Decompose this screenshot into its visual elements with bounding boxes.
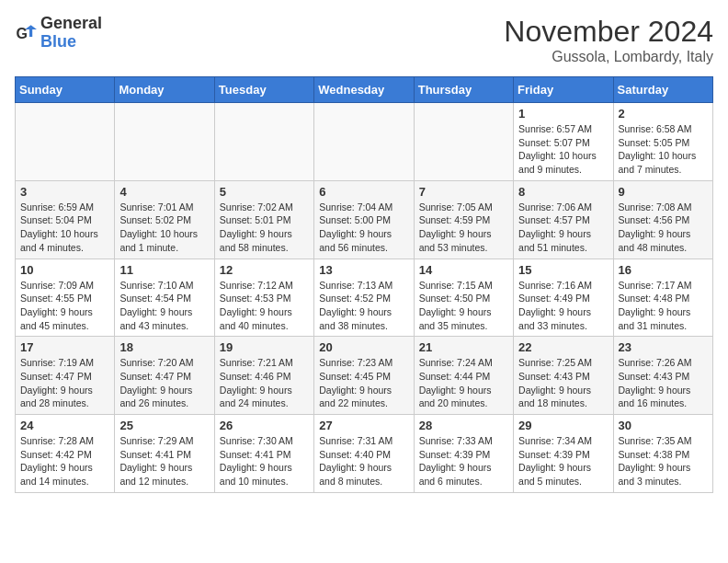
day-cell: 16Sunrise: 7:17 AM Sunset: 4:48 PM Dayli… [613,259,712,337]
day-number: 1 [518,107,608,121]
day-number: 2 [619,107,708,121]
header-cell-thursday: Thursday [414,77,513,103]
logo-text: General Blue [40,15,102,52]
day-info: Sunrise: 7:09 AM Sunset: 4:55 PM Dayligh… [20,279,109,333]
day-cell: 18Sunrise: 7:20 AM Sunset: 4:47 PM Dayli… [115,337,214,415]
day-number: 11 [119,263,209,277]
page-header: G General Blue November 2024 Gussola, Lo… [15,15,713,65]
day-info: Sunrise: 7:04 AM Sunset: 5:00 PM Dayligh… [319,201,408,255]
day-cell: 3Sunrise: 6:59 AM Sunset: 5:04 PM Daylig… [16,180,115,259]
day-number: 17 [20,340,109,354]
day-number: 3 [20,185,109,199]
header-cell-wednesday: Wednesday [314,77,414,103]
day-cell: 6Sunrise: 7:04 AM Sunset: 5:00 PM Daylig… [314,180,414,259]
svg-text:G: G [17,25,28,40]
day-info: Sunrise: 7:34 AM Sunset: 4:39 PM Dayligh… [518,434,608,488]
day-info: Sunrise: 7:30 AM Sunset: 4:41 PM Dayligh… [220,434,309,488]
calendar-subtitle: Gussola, Lombardy, Italy [504,49,713,65]
calendar-table: SundayMondayTuesdayWednesdayThursdayFrid… [15,76,713,493]
day-info: Sunrise: 7:23 AM Sunset: 4:45 PM Dayligh… [319,356,408,410]
day-cell: 27Sunrise: 7:31 AM Sunset: 4:40 PM Dayli… [314,415,414,493]
day-cell: 7Sunrise: 7:05 AM Sunset: 4:59 PM Daylig… [414,180,513,259]
day-number: 21 [419,340,508,354]
day-cell: 29Sunrise: 7:34 AM Sunset: 4:39 PM Dayli… [514,415,613,493]
day-number: 22 [518,340,608,354]
day-number: 30 [619,419,708,432]
day-number: 20 [319,340,408,354]
day-cell: 2Sunrise: 6:58 AM Sunset: 5:05 PM Daylig… [613,103,712,181]
day-info: Sunrise: 7:33 AM Sunset: 4:39 PM Dayligh… [419,434,508,488]
week-row-3: 17Sunrise: 7:19 AM Sunset: 4:47 PM Dayli… [16,337,713,415]
day-number: 14 [419,263,508,277]
day-info: Sunrise: 7:35 AM Sunset: 4:38 PM Dayligh… [619,434,708,488]
day-info: Sunrise: 7:16 AM Sunset: 4:49 PM Dayligh… [518,279,608,333]
day-info: Sunrise: 7:24 AM Sunset: 4:44 PM Dayligh… [419,356,508,410]
day-info: Sunrise: 7:21 AM Sunset: 4:46 PM Dayligh… [220,356,309,410]
day-cell: 8Sunrise: 7:06 AM Sunset: 4:57 PM Daylig… [514,180,613,259]
day-cell: 22Sunrise: 7:25 AM Sunset: 4:43 PM Dayli… [514,337,613,415]
day-info: Sunrise: 7:12 AM Sunset: 4:53 PM Dayligh… [220,279,309,333]
day-number: 15 [518,263,608,277]
day-cell: 9Sunrise: 7:08 AM Sunset: 4:56 PM Daylig… [613,180,712,259]
day-info: Sunrise: 7:17 AM Sunset: 4:48 PM Dayligh… [619,279,708,333]
day-cell: 20Sunrise: 7:23 AM Sunset: 4:45 PM Dayli… [314,337,414,415]
day-number: 18 [119,340,209,354]
day-cell: 12Sunrise: 7:12 AM Sunset: 4:53 PM Dayli… [214,259,313,337]
day-cell: 11Sunrise: 7:10 AM Sunset: 4:54 PM Dayli… [115,259,214,337]
day-info: Sunrise: 7:10 AM Sunset: 4:54 PM Dayligh… [119,279,209,333]
day-number: 6 [319,185,408,199]
day-cell: 1Sunrise: 6:57 AM Sunset: 5:07 PM Daylig… [514,103,613,181]
day-number: 4 [119,185,209,199]
day-number: 26 [220,419,309,432]
day-info: Sunrise: 6:58 AM Sunset: 5:05 PM Dayligh… [619,122,708,177]
day-cell: 21Sunrise: 7:24 AM Sunset: 4:44 PM Dayli… [414,337,513,415]
day-number: 8 [518,185,608,199]
day-cell: 17Sunrise: 7:19 AM Sunset: 4:47 PM Dayli… [16,337,115,415]
day-info: Sunrise: 7:15 AM Sunset: 4:50 PM Dayligh… [419,279,508,333]
day-info: Sunrise: 7:28 AM Sunset: 4:42 PM Dayligh… [20,434,109,488]
day-number: 19 [220,340,309,354]
title-section: November 2024 Gussola, Lombardy, Italy [504,15,713,65]
day-info: Sunrise: 7:19 AM Sunset: 4:47 PM Dayligh… [20,356,109,410]
day-number: 24 [20,419,109,432]
day-cell: 15Sunrise: 7:16 AM Sunset: 4:49 PM Dayli… [514,259,613,337]
day-info: Sunrise: 7:31 AM Sunset: 4:40 PM Dayligh… [319,434,408,488]
day-info: Sunrise: 7:08 AM Sunset: 4:56 PM Dayligh… [619,201,708,255]
day-cell: 26Sunrise: 7:30 AM Sunset: 4:41 PM Dayli… [214,415,313,493]
logo: G General Blue [15,15,102,52]
day-cell [16,103,115,181]
day-info: Sunrise: 7:06 AM Sunset: 4:57 PM Dayligh… [518,201,608,255]
day-cell: 14Sunrise: 7:15 AM Sunset: 4:50 PM Dayli… [414,259,513,337]
week-row-2: 10Sunrise: 7:09 AM Sunset: 4:55 PM Dayli… [16,259,713,337]
day-info: Sunrise: 7:26 AM Sunset: 4:43 PM Dayligh… [619,356,708,410]
day-cell [414,103,513,181]
day-info: Sunrise: 7:05 AM Sunset: 4:59 PM Dayligh… [419,201,508,255]
day-cell: 24Sunrise: 7:28 AM Sunset: 4:42 PM Dayli… [16,415,115,493]
day-cell [314,103,414,181]
day-number: 28 [419,419,508,432]
day-cell: 23Sunrise: 7:26 AM Sunset: 4:43 PM Dayli… [613,337,712,415]
day-number: 13 [319,263,408,277]
day-number: 9 [619,185,708,199]
header-row: SundayMondayTuesdayWednesdayThursdayFrid… [16,77,713,103]
day-info: Sunrise: 7:01 AM Sunset: 5:02 PM Dayligh… [119,201,209,255]
day-number: 29 [518,419,608,432]
day-info: Sunrise: 6:59 AM Sunset: 5:04 PM Dayligh… [20,201,109,255]
week-row-4: 24Sunrise: 7:28 AM Sunset: 4:42 PM Dayli… [16,415,713,493]
day-cell: 30Sunrise: 7:35 AM Sunset: 4:38 PM Dayli… [613,415,712,493]
day-number: 16 [619,263,708,277]
day-cell: 4Sunrise: 7:01 AM Sunset: 5:02 PM Daylig… [115,180,214,259]
header-cell-saturday: Saturday [613,77,712,103]
calendar-title: November 2024 [504,15,713,49]
day-number: 12 [220,263,309,277]
header-cell-sunday: Sunday [16,77,115,103]
day-info: Sunrise: 7:13 AM Sunset: 4:52 PM Dayligh… [319,279,408,333]
day-info: Sunrise: 7:29 AM Sunset: 4:41 PM Dayligh… [119,434,209,488]
header-cell-monday: Monday [115,77,214,103]
day-number: 25 [119,419,209,432]
week-row-0: 1Sunrise: 6:57 AM Sunset: 5:07 PM Daylig… [16,103,713,181]
day-number: 7 [419,185,508,199]
day-number: 23 [619,340,708,354]
day-cell: 28Sunrise: 7:33 AM Sunset: 4:39 PM Dayli… [414,415,513,493]
day-info: Sunrise: 6:57 AM Sunset: 5:07 PM Dayligh… [518,122,608,177]
